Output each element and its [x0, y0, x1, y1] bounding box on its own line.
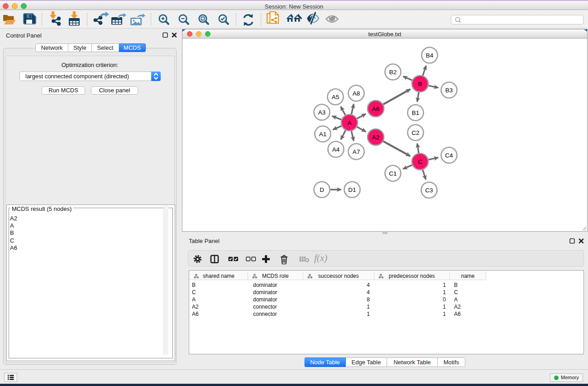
svg-text:A3: A3: [318, 109, 326, 116]
svg-text:A2: A2: [372, 134, 380, 141]
svg-text:B: B: [418, 81, 422, 87]
svg-text:C4: C4: [445, 152, 453, 159]
svg-text:D1: D1: [348, 186, 356, 193]
svg-text:C1: C1: [389, 170, 397, 177]
svg-text:A: A: [347, 119, 351, 126]
svg-text:B3: B3: [445, 87, 453, 94]
svg-text:B4: B4: [426, 52, 434, 59]
svg-text:A4: A4: [332, 146, 340, 153]
svg-text:A7: A7: [353, 148, 360, 155]
svg-text:D: D: [320, 186, 324, 193]
svg-text:B1: B1: [412, 110, 420, 116]
svg-text:A5: A5: [332, 94, 339, 100]
svg-text:C2: C2: [411, 129, 419, 136]
svg-text:A8: A8: [353, 90, 360, 97]
svg-text:A1: A1: [319, 131, 327, 138]
svg-text:C: C: [418, 158, 422, 165]
svg-text:B2: B2: [389, 69, 397, 76]
svg-text:C3: C3: [425, 187, 433, 194]
svg-text:A6: A6: [372, 105, 380, 112]
